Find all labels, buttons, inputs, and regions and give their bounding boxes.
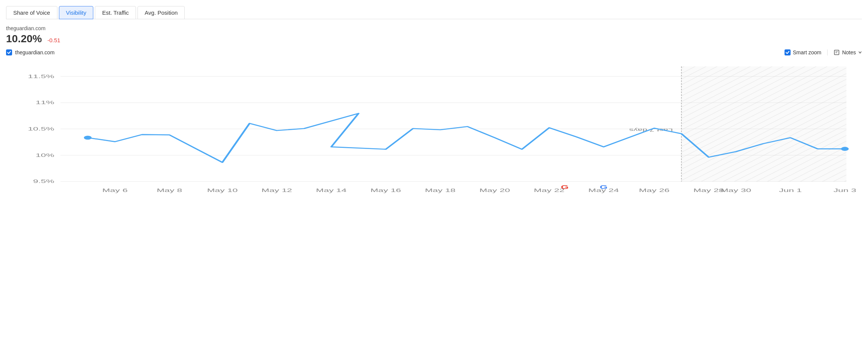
x-label-may6: May 6 [102, 187, 128, 193]
notes-label: Notes [842, 49, 856, 55]
data-point-last [841, 147, 849, 151]
svg-rect-0 [834, 50, 839, 55]
metric-value: 10.20% [6, 33, 42, 45]
svg-text:11%: 11% [36, 100, 54, 105]
x-label-jun1: Jun 1 [779, 187, 802, 193]
svg-text:11.5%: 11.5% [28, 74, 54, 79]
x-label-may20: May 20 [479, 187, 510, 193]
smart-zoom-control: Smart zoom [785, 49, 821, 55]
chart-controls: Smart zoom Notes [785, 49, 862, 55]
metric-delta: -0.51 [47, 37, 60, 43]
x-label-may10: May 10 [207, 187, 238, 193]
last7-overlay [681, 66, 846, 181]
tab-share-of-voice[interactable]: Share of Voice [6, 6, 57, 19]
x-label-may30: May 30 [721, 187, 751, 193]
main-container: Share of Voice Visibility Est. Traffic A… [0, 0, 868, 208]
chevron-down-icon [858, 51, 862, 54]
svg-text:10.5%: 10.5% [28, 126, 54, 131]
svg-text:9.5%: 9.5% [33, 179, 54, 184]
metric-row: 10.20% -0.51 [6, 33, 862, 45]
svg-text:10%: 10% [36, 152, 54, 158]
google-icon-2: G [600, 184, 608, 190]
tab-avg-position[interactable]: Avg. Position [137, 6, 185, 19]
x-label-may18: May 18 [425, 187, 456, 193]
chart-header: theguardian.com Smart zoom Notes [6, 49, 862, 55]
legend-label: theguardian.com [15, 49, 54, 55]
x-label-may16: May 16 [371, 187, 401, 193]
x-label-may12: May 12 [261, 187, 292, 193]
data-point [84, 136, 92, 140]
legend: theguardian.com [6, 49, 54, 55]
metrics-section: theguardian.com 10.20% -0.51 [6, 25, 862, 45]
tab-visibility[interactable]: Visibility [59, 6, 94, 19]
domain-label: theguardian.com [6, 25, 862, 31]
tab-est-traffic[interactable]: Est. Traffic [95, 6, 136, 19]
tab-bar: Share of Voice Visibility Est. Traffic A… [6, 6, 862, 19]
chart-area: 11.5% 11% 10.5% 10% 9.5% Last 7 days [6, 58, 862, 202]
smart-zoom-label: Smart zoom [793, 49, 821, 55]
x-label-may26: May 26 [639, 187, 669, 193]
x-label-may22: May 22 [534, 187, 564, 193]
legend-checkbox[interactable] [6, 49, 12, 55]
google-icon-1: G [561, 184, 569, 190]
x-label-may14: May 14 [316, 187, 347, 193]
smart-zoom-checkbox[interactable] [785, 49, 791, 55]
x-label-may8: May 8 [157, 187, 182, 193]
notes-icon [834, 49, 840, 55]
x-label-may28: May 28 [693, 187, 724, 193]
line-chart: 11.5% 11% 10.5% 10% 9.5% Last 7 days [6, 58, 862, 202]
notes-button[interactable]: Notes [827, 49, 862, 55]
x-label-jun3: Jun 3 [833, 187, 856, 193]
